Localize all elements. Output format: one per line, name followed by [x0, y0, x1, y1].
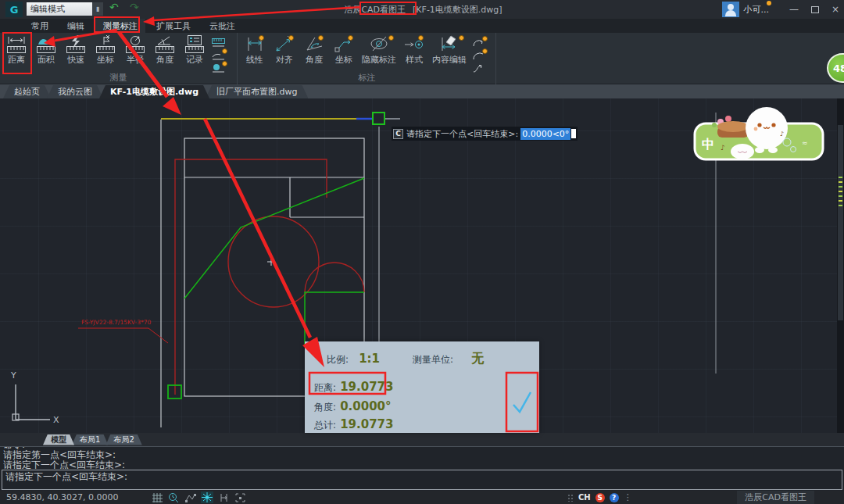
doc-tab-kf1-cable[interactable]: KF-1电缆敷设图.dwg [99, 85, 209, 98]
prompt-text: 请指定下一个点<回车结束>: [406, 128, 518, 140]
title-bar: G 编辑模式 ▮ ↶ ↷ 浩辰CAD看图王 [KF-1电缆敷设图.dwg] 小可… [0, 0, 844, 19]
vip-dot [259, 35, 264, 41]
tab-common[interactable]: 常用 [23, 19, 56, 33]
dim-mini-tools [471, 34, 487, 73]
check-icon [510, 389, 534, 416]
measure-mini-tools [211, 34, 227, 73]
doc-tab-start-page[interactable]: 起始页 [3, 85, 51, 98]
vip-dot [318, 35, 324, 41]
measure-record-button[interactable]: 记录 [180, 34, 209, 72]
layout-tab-model[interactable]: 模型 [43, 434, 74, 445]
scrollbar-thumb[interactable] [838, 125, 843, 320]
mini-arc-dim-button[interactable] [471, 49, 487, 60]
cable-spec-label: FS-YJV22-8.7/15KV-3*70 [81, 319, 152, 326]
ortho-toggle-icon[interactable] [218, 492, 230, 503]
command-line: 请指定下一个点<回车结束>: [3, 460, 841, 469]
tab-extended-tools[interactable]: 扩展工具 [148, 19, 198, 33]
username: 小可... [744, 4, 770, 16]
vip-dot [288, 35, 294, 41]
doc-tab-my-cloud[interactable]: 我的云图 [47, 85, 103, 98]
canvas-vertical-scrollbar[interactable] [837, 98, 844, 433]
dim-hide-button[interactable]: 隐藏标注 [359, 34, 399, 72]
measure-distance-button[interactable]: 距离 [2, 34, 31, 72]
ime-more-icon[interactable]: ⋮ [624, 492, 632, 502]
user-account[interactable]: 小可... [722, 0, 770, 19]
measure-area-button[interactable]: 面积 [31, 34, 61, 72]
dim-linear-button[interactable]: 线性 [240, 34, 270, 72]
tab-edit[interactable]: 编辑 [59, 19, 92, 33]
dim-content-edit-button[interactable]: 内容编辑 [429, 34, 470, 72]
avatar [722, 2, 739, 17]
dynamic-input-tooltip: C 请指定下一个点<回车结束>: 0.0000<0° [392, 127, 578, 141]
measure-radius-button[interactable]: 半径 [120, 34, 150, 72]
record-list-icon [183, 34, 206, 55]
group-label-dimension: 标注 [238, 72, 495, 84]
snap-toggle-icon[interactable] [201, 491, 213, 503]
drawing-canvas[interactable]: FS-YJV22-8.7/15KV-3*70 Y X [0, 98, 844, 433]
ucs-y-label: Y [10, 370, 16, 381]
document-name: [KF-1电缆敷设图.dwg] [413, 4, 502, 16]
measure-angle-button[interactable]: 角度 [150, 34, 180, 72]
mini-volume-measure-button[interactable] [211, 62, 227, 73]
ime-mascot-skin[interactable]: ♪♪ ≈ 中 [692, 105, 827, 163]
radius-icon [123, 34, 147, 55]
mini-ruler-button[interactable] [211, 37, 227, 48]
sogou-ime-icon[interactable]: S [595, 493, 605, 502]
ribbon-tab-row: 常用 编辑 测量标注 扩展工具 云批注 [0, 19, 844, 33]
tab-measure-annotate[interactable]: 测量标注 [95, 19, 145, 33]
grid-toggle-icon[interactable] [152, 492, 163, 503]
layout-tab-layout1[interactable]: 布局1 [72, 434, 108, 445]
vip-dot [348, 35, 353, 41]
angle-row: 角度: 0.0000° [314, 399, 392, 414]
notification-dot [767, 1, 771, 5]
ribbon-group-measure: 距离 面积 快速 [0, 33, 238, 84]
scale-row: 比例: 1:1 [327, 351, 380, 366]
svg-text:≈: ≈ [802, 139, 808, 147]
lightning-icon [64, 34, 88, 55]
dim-aligned-button[interactable]: 对齐 [270, 34, 299, 72]
ucs-x-label: X [53, 415, 59, 425]
mini-leader-button[interactable] [471, 62, 487, 73]
command-window[interactable]: 命令: 请指定第一点<回车结束>: 请指定下一个点<回车结束>: 请指定下一个点… [0, 446, 844, 491]
layout-tab-bar: 模型 布局1 布局2 [0, 433, 844, 446]
tab-cloud-markup[interactable]: 云批注 [202, 19, 243, 33]
measure-coordinate-button[interactable]: 坐标 [91, 34, 120, 72]
dim-coordinate-button[interactable]: 坐标 [329, 34, 359, 72]
scale-value: 1:1 [359, 352, 380, 366]
mini-arc-measure-button[interactable] [211, 49, 227, 60]
ucs-icon: Y X [10, 370, 59, 425]
command-line: 请指定第一点<回车结束>: [3, 450, 841, 460]
unit-row: 测量单位: 无 [413, 351, 484, 367]
zoom-history-icon[interactable] [168, 492, 180, 503]
ime-grip[interactable] [567, 494, 574, 502]
unit-value: 无 [471, 351, 484, 366]
text-caret [571, 129, 576, 138]
doc-tab-old-plant-layout[interactable]: 旧厂平面布置图.dwg [206, 85, 308, 98]
svg-text:♪: ♪ [780, 130, 784, 138]
command-input[interactable]: 请指定下一个点<回车结束>: [2, 470, 842, 490]
ime-help-icon[interactable]: ? [610, 493, 619, 502]
minimize-button[interactable]: — [789, 4, 799, 15]
pickbox-icon[interactable] [234, 492, 246, 503]
svg-text:♪: ♪ [721, 144, 725, 152]
maximize-button[interactable] [811, 6, 819, 13]
vip-dot [388, 35, 394, 41]
dim-style-button[interactable]: 样式 [399, 34, 429, 72]
angle-value: 0.0000° [340, 399, 391, 413]
measurement-result-panel: 比例: 1:1 测量单位: 无 距离: 19.0773 角度: 0.0000° … [305, 341, 539, 433]
mini-quick-dim-button[interactable] [471, 37, 487, 48]
measure-quick-button[interactable]: 快速 [61, 34, 91, 72]
window-title: 浩辰CAD看图王 [KF-1电缆敷设图.dwg] [0, 0, 844, 19]
layout-tab-layout2[interactable]: 布局2 [106, 434, 141, 445]
vip-dot [459, 35, 464, 41]
prompt-input[interactable]: 0.0000<0° [520, 128, 570, 140]
ime-mode-indicator: 中 [702, 137, 714, 152]
dim-angle-button[interactable]: 角度 [299, 34, 329, 72]
ime-lang-indicator[interactable]: CH [578, 493, 591, 502]
polyline-tool-icon[interactable] [184, 492, 196, 503]
status-bar: 59.4830, 40.3027, 0.0000 CH S ? ⋮ 浩辰CAD看… [0, 491, 844, 504]
close-button[interactable]: × [831, 4, 839, 15]
cad-viewer-window: G 编辑模式 ▮ ↶ ↷ 浩辰CAD看图王 [KF-1电缆敷设图.dwg] 小可… [0, 0, 844, 504]
confirm-check-button[interactable] [508, 374, 536, 430]
vip-dot [482, 36, 488, 41]
